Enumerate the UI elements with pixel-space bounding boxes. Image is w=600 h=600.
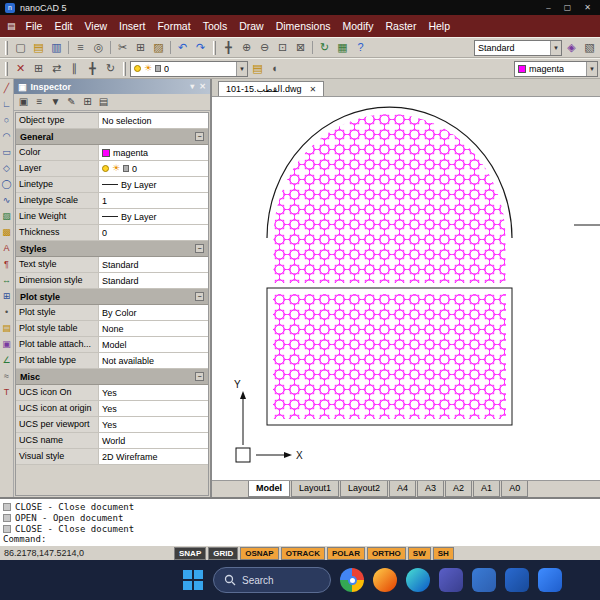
plot-button[interactable]: ≡: [72, 39, 89, 56]
property-value[interactable]: Standard: [99, 273, 208, 288]
menu-file[interactable]: File: [20, 17, 49, 35]
point-tool-button[interactable]: •: [0, 306, 13, 319]
layer-states-button[interactable]: ◐: [267, 60, 284, 77]
menu-help[interactable]: Help: [422, 17, 456, 35]
layout-tab-a0[interactable]: A0: [501, 481, 528, 497]
help-button[interactable]: ?: [352, 39, 369, 56]
menu-modify[interactable]: Modify: [337, 17, 380, 35]
layout-tab-a1[interactable]: A1: [473, 481, 500, 497]
toolbar-grip[interactable]: [123, 62, 126, 76]
tab-close-icon[interactable]: ✕: [310, 85, 317, 94]
select-object-tool[interactable]: ▣: [16, 95, 31, 110]
quick-select-tool[interactable]: ≡: [32, 95, 47, 110]
start-button[interactable]: [182, 569, 204, 591]
open-file-button[interactable]: ▤: [30, 39, 47, 56]
toolbar-grip[interactable]: [5, 41, 8, 55]
line-tool-button[interactable]: ╱: [0, 82, 13, 95]
property-value[interactable]: Model: [99, 337, 208, 352]
menu-format[interactable]: Format: [151, 17, 196, 35]
cut-button[interactable]: ✂: [114, 39, 131, 56]
circle-tool-button[interactable]: ○: [0, 114, 13, 127]
menu-tools[interactable]: Tools: [197, 17, 234, 35]
ellipse-tool-button[interactable]: ◯: [0, 178, 13, 191]
command-window[interactable]: CLOSE - Close documentOPEN - Open docume…: [0, 497, 600, 545]
property-value[interactable]: 1: [99, 193, 208, 208]
drawing-canvas[interactable]: Y X: [212, 97, 600, 480]
block-tool-button[interactable]: ⊞: [0, 290, 13, 303]
property-value[interactable]: 0: [99, 225, 208, 240]
collapse-button[interactable]: −: [195, 132, 204, 141]
chevron-down-icon[interactable]: ▼: [550, 41, 561, 55]
property-value[interactable]: World: [99, 433, 208, 448]
taskbar-app-4[interactable]: [439, 568, 463, 592]
measure-tool-button[interactable]: ∠: [0, 354, 13, 367]
layout-tab-layout1[interactable]: Layout1: [291, 481, 339, 497]
property-value[interactable]: Yes: [99, 385, 208, 400]
toggle-otrack[interactable]: OTRACK: [281, 547, 325, 560]
zoom-window-button[interactable]: ⊡: [274, 39, 291, 56]
taskbar-search[interactable]: Search: [213, 567, 331, 593]
region-tool-button[interactable]: ▣: [0, 338, 13, 351]
property-value[interactable]: No selection: [99, 113, 208, 128]
property-value[interactable]: Standard: [99, 257, 208, 272]
menu-view[interactable]: View: [79, 17, 114, 35]
text-style-combo[interactable]: Standard▼: [474, 40, 562, 56]
property-value[interactable]: magenta: [99, 145, 208, 160]
property-value[interactable]: Yes: [99, 401, 208, 416]
properties-button[interactable]: ▦: [334, 39, 351, 56]
options-button[interactable]: ▧: [581, 39, 598, 56]
paste-button[interactable]: ▨: [150, 39, 167, 56]
toggle-sw[interactable]: SW: [408, 547, 431, 560]
toggle-osnap[interactable]: OSNAP: [240, 547, 278, 560]
pan-button[interactable]: ╋: [220, 39, 237, 56]
arc-tool-button[interactable]: ◠: [0, 130, 13, 143]
toggle-sh[interactable]: SH: [433, 547, 454, 560]
layout-tab-a3[interactable]: A3: [417, 481, 444, 497]
minimize-button[interactable]: –: [546, 3, 550, 12]
collapse-button[interactable]: −: [195, 292, 204, 301]
taskbar-app-2[interactable]: [373, 568, 397, 592]
toolbar-grip[interactable]: [5, 62, 8, 76]
layout-tab-layout2[interactable]: Layout2: [340, 481, 388, 497]
pin-icon[interactable]: ▾: [190, 82, 194, 91]
collapse-button[interactable]: −: [195, 244, 204, 253]
layers-button[interactable]: ▤: [249, 60, 266, 77]
property-value[interactable]: By Layer: [99, 177, 208, 192]
color-combo[interactable]: magenta▼: [514, 61, 598, 77]
menu-draw[interactable]: Draw: [233, 17, 270, 35]
mtext-tool-button[interactable]: ¶: [0, 258, 13, 271]
styles-button[interactable]: ◈: [563, 39, 580, 56]
command-prompt[interactable]: Command:: [3, 534, 597, 544]
inspector-close-icon[interactable]: ✕: [199, 82, 206, 91]
toolbar-grip[interactable]: [213, 41, 216, 55]
offset-button[interactable]: ∥: [66, 60, 83, 77]
settings-tool[interactable]: ▤: [96, 95, 111, 110]
erase-button[interactable]: ✕: [12, 60, 29, 77]
zoom-extents-button[interactable]: ⊠: [292, 39, 309, 56]
zoom-in-button[interactable]: ⊕: [238, 39, 255, 56]
polygon-tool-button[interactable]: ◇: [0, 162, 13, 175]
layout-tab-a4[interactable]: A4: [389, 481, 416, 497]
taskbar-app-7[interactable]: [538, 568, 562, 592]
layer-combo[interactable]: ☀0▼: [130, 61, 248, 77]
taskbar-app-1[interactable]: [340, 568, 364, 592]
toggle-grid[interactable]: GRID: [208, 547, 238, 560]
save-file-button[interactable]: ▥: [48, 39, 65, 56]
property-value[interactable]: By Layer: [99, 209, 208, 224]
close-button[interactable]: ✕: [584, 3, 591, 12]
mirror-button[interactable]: ⇄: [48, 60, 65, 77]
edit-tool[interactable]: ✎: [64, 95, 79, 110]
layout-tab-model[interactable]: Model: [248, 481, 290, 497]
toggle-snap[interactable]: SNAP: [174, 547, 206, 560]
spline-tool-button[interactable]: ∿: [0, 194, 13, 207]
copy-button[interactable]: ⊞: [132, 39, 149, 56]
rectangle-tool-button[interactable]: ▭: [0, 146, 13, 159]
redo-button[interactable]: ↷: [192, 39, 209, 56]
maximize-button[interactable]: ▢: [564, 3, 572, 12]
document-tab[interactable]: 101-15.القطب.dwg ✕: [218, 81, 324, 96]
categorized-view-tool[interactable]: ▼: [48, 95, 63, 110]
toggle-ortho[interactable]: ORTHO: [367, 547, 406, 560]
property-value[interactable]: Yes: [99, 417, 208, 432]
copy-object-button[interactable]: ⊞: [30, 60, 47, 77]
preview-button[interactable]: ◎: [90, 39, 107, 56]
